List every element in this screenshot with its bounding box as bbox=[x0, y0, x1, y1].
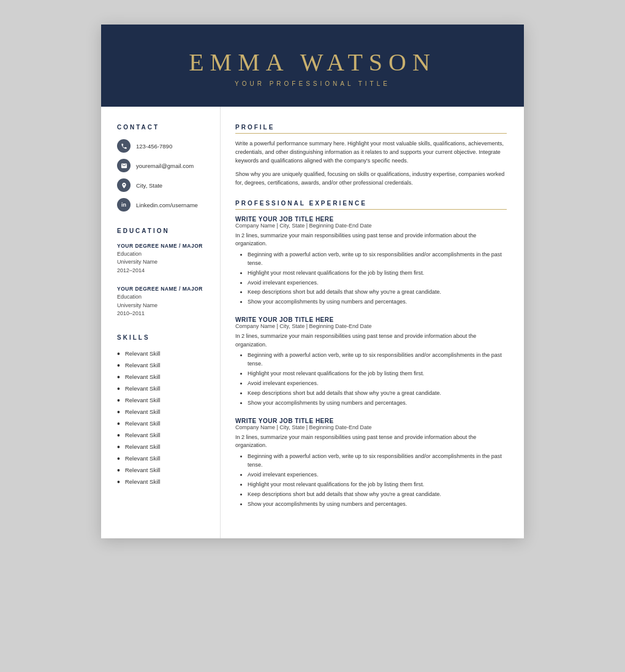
sidebar: CONTACT 123-456-7890 youremail@gmail.com bbox=[101, 107, 221, 538]
contact-email: youremail@gmail.com bbox=[117, 159, 206, 172]
edu-type-2: Education bbox=[117, 293, 206, 302]
bullet-item: Avoid irrelevant experiences. bbox=[248, 279, 507, 288]
resume-name: EMMA WATSON bbox=[126, 48, 499, 77]
linkedin-text: Linkedin.com/username bbox=[136, 202, 198, 208]
bullet-item: Avoid irrelevant experiences. bbox=[248, 471, 507, 479]
job-bullets-1: Beginning with a powerful action verb, w… bbox=[235, 251, 507, 307]
job-entry-3: WRITE YOUR JOB TITLE HERECompany Name | … bbox=[235, 418, 507, 509]
location-text: City, State bbox=[136, 182, 162, 189]
job-entry-1: WRITE YOUR JOB TITLE HERECompany Name | … bbox=[235, 216, 507, 307]
job-title-2: WRITE YOUR JOB TITLE HERE bbox=[235, 316, 507, 323]
skill-item: Relevant Skill bbox=[117, 384, 206, 393]
bullet-item: Show your accomplishments by using numbe… bbox=[248, 298, 507, 307]
edu-degree-2: YOUR DEGREE NAME / MAJOR bbox=[117, 286, 206, 293]
skill-item: Relevant Skill bbox=[117, 396, 206, 405]
skill-item: Relevant Skill bbox=[117, 431, 206, 440]
bullet-item: Avoid irrelevant experiences. bbox=[248, 380, 507, 388]
contact-linkedin: in Linkedin.com/username bbox=[117, 198, 206, 212]
job-entry-2: WRITE YOUR JOB TITLE HERECompany Name | … bbox=[235, 316, 507, 408]
bullet-item: Keep descriptions short but add details … bbox=[248, 491, 507, 499]
education-entry-1: YOUR DEGREE NAME / MAJOR Education Unive… bbox=[117, 243, 206, 275]
job-bullets-2: Beginning with a powerful action verb, w… bbox=[235, 351, 507, 408]
experience-title: PROFESSIONAL EXPERIENCE bbox=[235, 200, 507, 210]
skills-section: SKILLS Relevant SkillRelevant SkillRelev… bbox=[117, 334, 206, 486]
bullet-item: Beginning with a powerful action verb, w… bbox=[248, 452, 507, 470]
skill-item: Relevant Skill bbox=[117, 419, 206, 428]
contact-phone: 123-456-7890 bbox=[117, 139, 206, 153]
experience-section: PROFESSIONAL EXPERIENCE WRITE YOUR JOB T… bbox=[235, 200, 507, 509]
job-bullets-3: Beginning with a powerful action verb, w… bbox=[235, 452, 507, 509]
edu-school-1: University Name bbox=[117, 258, 206, 267]
profile-paragraph-1: Write a powerful performance summary her… bbox=[235, 140, 507, 166]
profile-section: PROFILE Write a powerful performance sum… bbox=[235, 124, 507, 188]
main-content: PROFILE Write a powerful performance sum… bbox=[221, 107, 524, 538]
job-title-1: WRITE YOUR JOB TITLE HERE bbox=[235, 216, 507, 223]
bullet-item: Highlight your most relevant qualificati… bbox=[248, 370, 507, 378]
job-title-3: WRITE YOUR JOB TITLE HERE bbox=[235, 418, 507, 424]
skill-item: Relevant Skill bbox=[117, 478, 206, 486]
edu-years-1: 2012–2014 bbox=[117, 267, 206, 275]
bullet-item: Keep descriptions short but add details … bbox=[248, 389, 507, 398]
resume-title: YOUR PROFESSIONAL TITLE bbox=[126, 80, 499, 87]
skill-item: Relevant Skill bbox=[117, 373, 206, 381]
resume-header: EMMA WATSON YOUR PROFESSIONAL TITLE bbox=[101, 25, 524, 107]
job-summary-1: In 2 lines, summarize your main responsi… bbox=[235, 232, 507, 248]
education-title: EDUCATION bbox=[117, 227, 206, 234]
bullet-item: Beginning with a powerful action verb, w… bbox=[248, 351, 507, 368]
contact-location: City, State bbox=[117, 178, 206, 192]
skills-title: SKILLS bbox=[117, 334, 206, 341]
bullet-item: Highlight your most relevant qualificati… bbox=[248, 481, 507, 489]
job-summary-3: In 2 lines, summarize your main responsi… bbox=[235, 433, 507, 450]
skill-item: Relevant Skill bbox=[117, 454, 206, 463]
email-text: youremail@gmail.com bbox=[136, 162, 194, 169]
skill-item: Relevant Skill bbox=[117, 466, 206, 475]
skill-item: Relevant Skill bbox=[117, 408, 206, 416]
resume-page: EMMA WATSON YOUR PROFESSIONAL TITLE CONT… bbox=[101, 25, 524, 538]
contact-title: CONTACT bbox=[117, 124, 206, 131]
profile-title: PROFILE bbox=[235, 124, 507, 134]
bullet-item: Show your accomplishments by using numbe… bbox=[248, 399, 507, 408]
jobs-container: WRITE YOUR JOB TITLE HERECompany Name | … bbox=[235, 216, 507, 509]
bullet-item: Show your accomplishments by using numbe… bbox=[248, 500, 507, 509]
education-entry-2: YOUR DEGREE NAME / MAJOR Education Unive… bbox=[117, 286, 206, 318]
edu-school-2: University Name bbox=[117, 302, 206, 310]
edu-years-2: 2010–2011 bbox=[117, 310, 206, 318]
skill-item: Relevant Skill bbox=[117, 349, 206, 358]
job-meta-3: Company Name | City, State | Beginning D… bbox=[235, 424, 507, 430]
edu-degree-1: YOUR DEGREE NAME / MAJOR bbox=[117, 243, 206, 250]
education-section: EDUCATION YOUR DEGREE NAME / MAJOR Educa… bbox=[117, 227, 206, 318]
bullet-item: Highlight your most relevant qualificati… bbox=[248, 269, 507, 278]
job-meta-1: Company Name | City, State | Beginning D… bbox=[235, 223, 507, 229]
phone-icon bbox=[117, 139, 131, 153]
linkedin-icon: in bbox=[117, 198, 131, 212]
job-meta-2: Company Name | City, State | Beginning D… bbox=[235, 323, 507, 329]
profile-paragraph-2: Show why you are uniquely qualified, foc… bbox=[235, 170, 507, 188]
email-icon bbox=[117, 159, 131, 172]
location-icon bbox=[117, 178, 131, 192]
resume-body: CONTACT 123-456-7890 youremail@gmail.com bbox=[101, 107, 524, 538]
contact-section: CONTACT 123-456-7890 youremail@gmail.com bbox=[117, 124, 206, 212]
skill-item: Relevant Skill bbox=[117, 443, 206, 451]
bullet-item: Beginning with a powerful action verb, w… bbox=[248, 251, 507, 268]
job-summary-2: In 2 lines, summarize your main responsi… bbox=[235, 332, 507, 349]
bullet-item: Keep descriptions short but add details … bbox=[248, 288, 507, 297]
skills-list: Relevant SkillRelevant SkillRelevant Ski… bbox=[117, 349, 206, 486]
edu-type-1: Education bbox=[117, 250, 206, 259]
phone-text: 123-456-7890 bbox=[136, 143, 172, 150]
skill-item: Relevant Skill bbox=[117, 361, 206, 370]
